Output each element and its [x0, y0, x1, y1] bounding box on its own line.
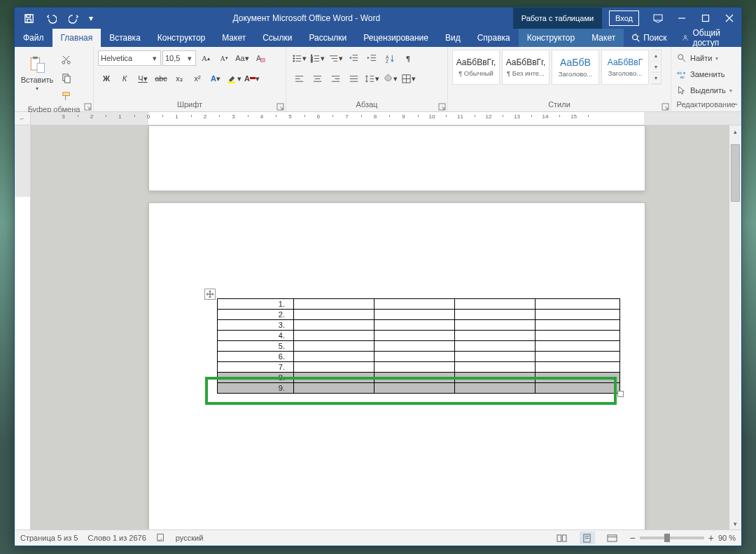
table-cell[interactable]: [536, 341, 620, 352]
table-row[interactable]: 1.: [218, 299, 620, 310]
tab-design[interactable]: Конструктор: [149, 29, 214, 47]
table-cell[interactable]: [294, 352, 374, 362]
borders-button[interactable]: ▾: [400, 70, 416, 87]
paste-button[interactable]: Вставить ▾: [19, 50, 55, 96]
table-cell[interactable]: [536, 310, 620, 320]
table-cell[interactable]: [294, 299, 374, 310]
clipboard-dialog-launcher[interactable]: [84, 103, 92, 111]
scroll-thumb[interactable]: [731, 144, 740, 202]
table-cell[interactable]: [455, 331, 536, 341]
table-cell[interactable]: [455, 352, 536, 362]
change-case-button[interactable]: Aa▾: [234, 50, 251, 67]
justify-button[interactable]: [345, 70, 362, 87]
format-painter-button[interactable]: [57, 88, 74, 104]
table-cell[interactable]: [536, 331, 620, 341]
spellcheck-button[interactable]: [156, 532, 166, 543]
tab-home[interactable]: Главная: [52, 29, 102, 47]
tab-view[interactable]: Вид: [437, 29, 469, 47]
scroll-down-button[interactable]: ▾: [729, 518, 741, 529]
clear-formatting-button[interactable]: A: [252, 50, 269, 67]
font-color-button[interactable]: A▾: [244, 70, 260, 87]
tab-review[interactable]: Рецензирование: [355, 29, 437, 47]
strikethrough-button[interactable]: abc: [153, 70, 169, 87]
table-cell[interactable]: [294, 383, 374, 394]
grow-font-button[interactable]: A▴: [197, 50, 214, 67]
align-center-button[interactable]: [309, 70, 326, 87]
style-heading1[interactable]: АаБбВЗаголово...: [552, 50, 599, 85]
zoom-slider[interactable]: [640, 536, 704, 539]
subscript-button[interactable]: x₂: [171, 70, 188, 87]
scroll-up-button[interactable]: ▴: [729, 125, 741, 137]
document-viewport[interactable]: 1.2.3.4.5.6.7.8.9. ▴ ▾: [31, 125, 741, 529]
table-row[interactable]: 2.: [218, 310, 620, 320]
share-button[interactable]: Общий доступ: [673, 29, 741, 47]
table-row[interactable]: 6.: [218, 352, 620, 362]
table-cell[interactable]: [294, 320, 374, 331]
table-cell[interactable]: [374, 331, 455, 341]
increase-indent-button[interactable]: [363, 50, 380, 67]
table-cell-number[interactable]: 9.: [218, 383, 294, 394]
table-row[interactable]: 4.: [218, 331, 620, 341]
select-button[interactable]: Выделить▾: [676, 83, 734, 97]
vertical-scrollbar[interactable]: ▴ ▾: [729, 125, 741, 529]
styles-gallery-scroll[interactable]: ▴▾▾: [651, 50, 662, 85]
italic-button[interactable]: К: [116, 70, 133, 87]
close-button[interactable]: [718, 8, 741, 29]
font-size-select[interactable]: 10,5▾: [162, 50, 196, 66]
font-dialog-launcher[interactable]: [276, 103, 284, 111]
tab-layout[interactable]: Макет: [214, 29, 254, 47]
ribbon-display-options-button[interactable]: [646, 8, 670, 29]
shading-button[interactable]: ▾: [382, 70, 398, 87]
read-mode-button[interactable]: [554, 532, 570, 544]
numbering-button[interactable]: 123▾: [309, 50, 326, 67]
table-cell-number[interactable]: 4.: [218, 331, 294, 341]
web-layout-button[interactable]: [605, 532, 620, 544]
sign-in-button[interactable]: Вход: [609, 11, 639, 26]
table-cell[interactable]: [455, 310, 536, 320]
show-marks-button[interactable]: ¶: [400, 50, 416, 67]
table-cell[interactable]: [374, 310, 455, 320]
style-heading2[interactable]: АаБбВвГЗаголово...: [601, 50, 649, 85]
table-row[interactable]: 3.: [218, 320, 620, 331]
table-resize-handle[interactable]: [617, 391, 624, 397]
maximize-button[interactable]: [694, 8, 718, 29]
table-cell[interactable]: [455, 373, 536, 383]
zoom-out-button[interactable]: −: [630, 532, 636, 543]
table-cell-number[interactable]: 3.: [218, 320, 294, 331]
table-cell[interactable]: [455, 299, 536, 310]
copy-button[interactable]: [57, 69, 74, 86]
multilevel-list-button[interactable]: ▾: [327, 50, 344, 67]
redo-button[interactable]: [64, 9, 83, 27]
replace-button[interactable]: abacЗаменить: [676, 67, 726, 81]
table-cell[interactable]: [455, 383, 536, 394]
tell-me-search[interactable]: Поиск: [624, 29, 673, 47]
tab-help[interactable]: Справка: [469, 29, 519, 47]
table-cell[interactable]: [294, 331, 374, 341]
align-right-button[interactable]: [327, 70, 344, 87]
table-cell[interactable]: [294, 341, 374, 352]
table-cell-number[interactable]: 7.: [218, 362, 294, 373]
style-no-spacing[interactable]: АаБбВвГг,¶ Без инте...: [502, 50, 550, 85]
underline-button[interactable]: Ч▾: [134, 70, 151, 87]
word-count[interactable]: Слово 1 из 2676: [88, 534, 146, 542]
table-cell[interactable]: [536, 320, 620, 331]
bold-button[interactable]: Ж: [98, 70, 115, 87]
font-name-select[interactable]: Helvetica▾: [98, 50, 161, 66]
language-indicator[interactable]: русский: [176, 534, 203, 542]
highlight-button[interactable]: ▾: [225, 70, 242, 87]
tab-table-design[interactable]: Конструктор: [519, 29, 583, 47]
table-row[interactable]: 7.: [218, 362, 620, 373]
table-cell[interactable]: [536, 383, 620, 394]
table-cell-number[interactable]: 5.: [218, 341, 294, 352]
table-cell[interactable]: [294, 373, 374, 383]
minimize-button[interactable]: [670, 8, 694, 29]
zoom-in-button[interactable]: +: [708, 532, 714, 543]
shrink-font-button[interactable]: A▾: [216, 50, 232, 67]
vertical-ruler[interactable]: [15, 125, 31, 529]
tab-references[interactable]: Ссылки: [254, 29, 300, 47]
bullets-button[interactable]: ▾: [290, 50, 307, 67]
table-cell[interactable]: [536, 373, 620, 383]
print-layout-button[interactable]: [580, 532, 595, 544]
table-cell[interactable]: [374, 383, 455, 394]
paragraph-dialog-launcher[interactable]: [438, 103, 446, 111]
